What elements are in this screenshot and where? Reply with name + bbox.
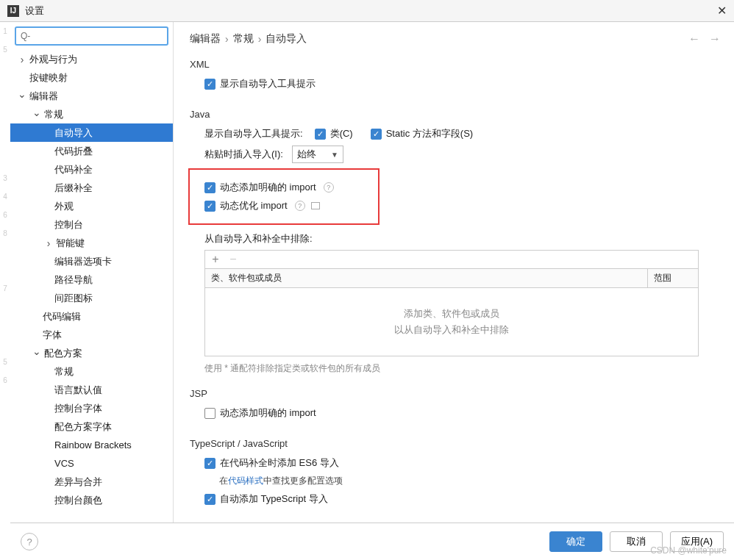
tree-item-cs-scheme-font[interactable]: 配色方案字体 bbox=[10, 417, 173, 436]
section-title: XML bbox=[190, 59, 721, 70]
dialog-body: 外观与行为 按键映射 编辑器 常规 自动导入 代码折叠 代码补全 后缀补全 外观… bbox=[10, 22, 734, 523]
breadcrumb-item[interactable]: 编辑器 bbox=[190, 32, 221, 46]
dialog-footer: ? 确定 取消 应用(A) bbox=[10, 523, 734, 560]
section-jsp: JSP 动态添加明确的 import bbox=[190, 388, 721, 425]
chevron-down-icon bbox=[18, 90, 26, 102]
option-java-paste: 粘贴时插入导入(I): 始终 ▼ bbox=[204, 146, 721, 163]
titlebar: IJ 设置 ✕ bbox=[0, 0, 734, 22]
option-ts-es6[interactable]: 在代码补全时添加 ES6 导入 bbox=[204, 456, 721, 470]
tree-item-cs-vcs[interactable]: VCS bbox=[10, 454, 173, 473]
option-ts-auto[interactable]: 自动添加 TypeScript 导入 bbox=[204, 492, 721, 506]
search-input[interactable] bbox=[15, 26, 168, 46]
tree-item-cs-console-font[interactable]: 控制台字体 bbox=[10, 399, 173, 417]
section-java: Java 显示自动导入工具提示: 类(C) Static 方法和字段(S) 粘贴… bbox=[190, 109, 721, 375]
close-icon[interactable]: ✕ bbox=[717, 4, 727, 18]
tree-item-appearance[interactable]: 外观 bbox=[10, 197, 173, 215]
tree-item-editor-tabs[interactable]: 编辑器选项卡 bbox=[10, 252, 173, 270]
settings-icon[interactable] bbox=[311, 202, 320, 209]
breadcrumb-item: 自动导入 bbox=[266, 32, 307, 46]
tree-item-font[interactable]: 字体 bbox=[10, 326, 173, 344]
table-empty-state: 添加类、软件包或成员 以从自动导入和补全中排除 bbox=[205, 288, 698, 356]
tree-item-editor[interactable]: 编辑器 bbox=[10, 87, 173, 105]
chevron-right-icon: › bbox=[225, 33, 229, 45]
tree-item-path-nav[interactable]: 路径导航 bbox=[10, 270, 173, 289]
checkbox-icon[interactable] bbox=[204, 494, 215, 505]
dialog-title: 设置 bbox=[25, 4, 44, 18]
tree-item-keymap[interactable]: 按键映射 bbox=[10, 68, 173, 87]
cancel-button[interactable]: 取消 bbox=[610, 531, 663, 552]
table-header: 类、软件包或成员 范围 bbox=[205, 269, 698, 288]
section-title: TypeScript / JavaScript bbox=[190, 438, 721, 449]
chevron-down-icon bbox=[32, 348, 41, 359]
option-add-unambiguous[interactable]: 动态添加明确的 import ? bbox=[204, 181, 375, 194]
checkbox-class[interactable] bbox=[315, 129, 326, 140]
ts-es6-sub: 在代码样式中查找更多配置选项 bbox=[219, 475, 721, 487]
highlighted-options: 动态添加明确的 import ? 动态优化 import ? bbox=[188, 168, 380, 225]
tree-item-postfix[interactable]: 后缀补全 bbox=[10, 179, 173, 197]
ok-button[interactable]: 确定 bbox=[549, 531, 602, 552]
exclude-table: + − 类、软件包或成员 范围 添加类、软件包或成员 以从自动导入和补全中排除 bbox=[204, 250, 699, 356]
tree-item-color-scheme[interactable]: 配色方案 bbox=[10, 344, 173, 362]
section-typescript: TypeScript / JavaScript 在代码补全时添加 ES6 导入 … bbox=[190, 438, 721, 511]
checkbox-icon[interactable] bbox=[204, 182, 215, 193]
tree-item-gutter-icons[interactable]: 间距图标 bbox=[10, 289, 173, 307]
chevron-right-icon: › bbox=[258, 33, 262, 45]
tree-item-cs-general[interactable]: 常规 bbox=[10, 362, 173, 381]
tree-item-cs-rainbow[interactable]: Rainbow Brackets bbox=[10, 436, 173, 454]
option-xml-show-tooltip[interactable]: 显示自动导入工具提示 bbox=[204, 77, 721, 90]
section-xml: XML 显示自动导入工具提示 bbox=[190, 59, 721, 96]
option-java-show-tooltip: 显示自动导入工具提示: 类(C) Static 方法和字段(S) bbox=[204, 127, 721, 140]
tree-item-smart-keys[interactable]: 智能键 bbox=[10, 234, 173, 252]
chevron-right-icon bbox=[21, 54, 24, 65]
checkbox-icon[interactable] bbox=[204, 408, 215, 419]
paste-import-select[interactable]: 始终 ▼ bbox=[292, 146, 343, 163]
tree-item-code-folding[interactable]: 代码折叠 bbox=[10, 142, 173, 160]
forward-icon[interactable]: → bbox=[709, 32, 721, 46]
section-title: JSP bbox=[190, 388, 721, 399]
tree-item-code-completion[interactable]: 代码补全 bbox=[10, 160, 173, 179]
checkbox-icon[interactable] bbox=[204, 458, 215, 469]
breadcrumb-item[interactable]: 常规 bbox=[233, 32, 254, 46]
tree-item-cs-lang-default[interactable]: 语言默认值 bbox=[10, 381, 173, 399]
option-jsp-add[interactable]: 动态添加明确的 import bbox=[204, 406, 721, 420]
tree-item-cs-diff[interactable]: 差异与合并 bbox=[10, 473, 173, 491]
remove-button: − bbox=[227, 253, 239, 266]
apply-button[interactable]: 应用(A) bbox=[670, 531, 724, 552]
settings-tree[interactable]: 外观与行为 按键映射 编辑器 常规 自动导入 代码折叠 代码补全 后缀补全 外观… bbox=[10, 50, 173, 523]
caret-down-icon: ▼ bbox=[331, 151, 338, 159]
breadcrumb: 编辑器 › 常规 › 自动导入 ← → bbox=[190, 32, 721, 46]
back-icon[interactable]: ← bbox=[688, 32, 700, 46]
tree-item-console[interactable]: 控制台 bbox=[10, 215, 173, 234]
help-icon[interactable]: ? bbox=[295, 201, 305, 211]
tree-item-code-editing[interactable]: 代码编辑 bbox=[10, 307, 173, 326]
help-icon[interactable]: ? bbox=[324, 182, 334, 193]
exclude-hint: 使用 * 通配符排除指定类或软件包的所有成员 bbox=[204, 362, 721, 375]
exclude-label: 从自动导入和补全中排除: bbox=[204, 232, 721, 245]
code-style-link[interactable]: 代码样式 bbox=[228, 475, 263, 486]
app-icon: IJ bbox=[7, 5, 19, 17]
settings-sidebar: 外观与行为 按键映射 编辑器 常规 自动导入 代码折叠 代码补全 后缀补全 外观… bbox=[10, 22, 174, 523]
checkbox-static[interactable] bbox=[371, 129, 382, 140]
tree-item-general[interactable]: 常规 bbox=[10, 105, 173, 123]
help-button[interactable]: ? bbox=[21, 533, 38, 550]
column-header[interactable]: 类、软件包或成员 bbox=[205, 269, 648, 287]
add-button[interactable]: + bbox=[210, 253, 221, 266]
checkbox-icon[interactable] bbox=[204, 79, 215, 90]
option-optimize-imports[interactable]: 动态优化 import ? bbox=[204, 199, 375, 212]
checkbox-icon[interactable] bbox=[204, 201, 215, 212]
tree-item-appearance-behavior[interactable]: 外观与行为 bbox=[10, 50, 173, 68]
tree-item-auto-import[interactable]: 自动导入 bbox=[10, 123, 173, 142]
column-header[interactable]: 范围 bbox=[648, 269, 698, 287]
chevron-right-icon bbox=[47, 237, 51, 249]
tree-item-cs-console-colors[interactable]: 控制台颜色 bbox=[10, 491, 173, 509]
settings-content: 编辑器 › 常规 › 自动导入 ← → XML 显示自动导入工具提示 Java … bbox=[174, 22, 734, 523]
section-title: Java bbox=[190, 109, 721, 120]
editor-gutter: 153468756 bbox=[0, 22, 10, 523]
chevron-down-icon bbox=[32, 109, 41, 121]
table-toolbar: + − bbox=[205, 251, 698, 269]
